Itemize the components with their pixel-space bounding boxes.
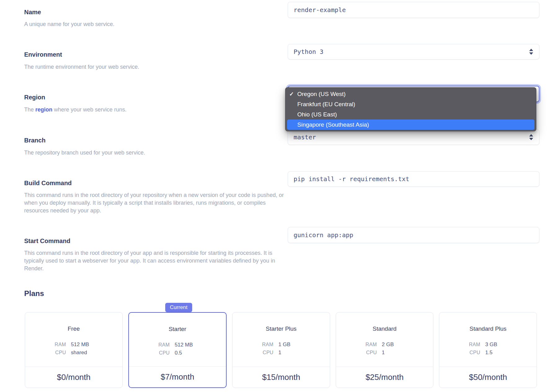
cpu-label: CPU bbox=[44, 350, 66, 355]
start-command-label: Start Command bbox=[24, 237, 70, 245]
cpu-label: CPU bbox=[355, 350, 377, 355]
branch-select[interactable]: master bbox=[288, 129, 539, 145]
dropdown-option-label: Frankfurt (EU Central) bbox=[297, 101, 355, 108]
plan-cards: Free RAM512 MB CPUshared $0/month Starte… bbox=[25, 312, 537, 388]
dropdown-option-label: Singapore (Southeast Asia) bbox=[297, 121, 369, 128]
plan-price: $0/month bbox=[25, 367, 122, 388]
plan-title: Standard Plus bbox=[439, 325, 537, 332]
ram-label: RAM bbox=[458, 342, 480, 347]
current-plan-badge: Current bbox=[165, 303, 192, 312]
select-stepper-icon bbox=[529, 48, 534, 55]
plan-title: Starter Plus bbox=[232, 325, 330, 332]
region-description-suffix: where your web service runs. bbox=[52, 107, 126, 113]
name-label: Name bbox=[24, 9, 41, 16]
web-service-settings-page: Name A unique name for your web service.… bbox=[0, 0, 558, 392]
dropdown-option-ohio[interactable]: Ohio (US East) bbox=[286, 109, 536, 120]
build-command-label: Build Command bbox=[24, 180, 72, 187]
branch-label: Branch bbox=[24, 137, 46, 144]
region-description: The region where your web service runs. bbox=[24, 106, 126, 114]
plan-price: $15/month bbox=[232, 367, 330, 388]
branch-description: The repository branch used for your web … bbox=[24, 149, 145, 157]
dropdown-option-frankfurt[interactable]: Frankfurt (EU Central) bbox=[286, 99, 536, 109]
environment-select-value: Python 3 bbox=[294, 48, 323, 55]
branch-select-value: master bbox=[294, 133, 316, 141]
region-dropdown-menu: ✓ Oregon (US West) Frankfurt (EU Central… bbox=[285, 87, 536, 131]
ram-label: RAM bbox=[44, 342, 66, 347]
ram-value: 512 MB bbox=[71, 342, 103, 348]
ram-label: RAM bbox=[355, 342, 377, 347]
ram-value: 3 GB bbox=[485, 342, 517, 348]
ram-label: RAM bbox=[148, 342, 170, 348]
ram-value: 512 MB bbox=[175, 342, 207, 348]
plan-card-standard-plus[interactable]: Standard Plus RAM3 GB CPU1.5 $50/month bbox=[439, 312, 537, 388]
cpu-value: shared bbox=[71, 350, 103, 356]
region-description-prefix: The bbox=[24, 107, 35, 113]
plan-price: $7/month bbox=[129, 367, 226, 387]
ram-value: 1 GB bbox=[278, 342, 311, 348]
environment-label: Environment bbox=[24, 51, 62, 58]
build-command-description: This command runs in the root directory … bbox=[24, 191, 285, 215]
region-label: Region bbox=[24, 94, 45, 101]
plan-title: Starter bbox=[129, 326, 226, 333]
build-command-input[interactable]: pip install -r requirements.txt bbox=[288, 171, 539, 187]
checkmark-icon: ✓ bbox=[289, 91, 297, 98]
dropdown-option-oregon[interactable]: ✓ Oregon (US West) bbox=[286, 89, 536, 99]
build-command-value: pip install -r requirements.txt bbox=[294, 175, 409, 183]
cpu-label: CPU bbox=[148, 350, 170, 356]
start-command-description: This command runs in the root directory … bbox=[24, 249, 285, 272]
cpu-value: 1 bbox=[278, 350, 311, 356]
name-description: A unique name for your web service. bbox=[24, 20, 114, 28]
plan-card-starter[interactable]: Starter RAM512 MB CPU0.5 $7/month bbox=[128, 312, 227, 388]
plan-card-standard[interactable]: Standard RAM2 GB CPU1 $25/month bbox=[336, 312, 434, 388]
plans-heading: Plans bbox=[24, 289, 44, 298]
start-command-value: gunicorn app:app bbox=[294, 231, 353, 239]
region-link[interactable]: region bbox=[35, 107, 52, 113]
ram-label: RAM bbox=[252, 342, 273, 347]
cpu-value: 1 bbox=[382, 350, 414, 356]
dropdown-option-label: Ohio (US East) bbox=[297, 111, 337, 118]
dropdown-option-singapore[interactable]: Singapore (Southeast Asia) bbox=[287, 120, 534, 130]
cpu-value: 1.5 bbox=[485, 350, 517, 356]
name-input[interactable]: render-example bbox=[288, 2, 539, 18]
select-stepper-icon bbox=[529, 134, 534, 141]
cpu-value: 0.5 bbox=[175, 350, 207, 356]
plan-title: Standard bbox=[336, 325, 433, 332]
cpu-label: CPU bbox=[458, 350, 480, 355]
dropdown-option-label: Oregon (US West) bbox=[297, 91, 346, 98]
plan-card-free[interactable]: Free RAM512 MB CPUshared $0/month bbox=[25, 312, 123, 388]
name-input-value: render-example bbox=[294, 6, 346, 14]
cpu-label: CPU bbox=[252, 350, 273, 355]
plan-price: $50/month bbox=[439, 367, 537, 388]
ram-value: 2 GB bbox=[382, 342, 414, 348]
environment-description: The runtime environment for your web ser… bbox=[24, 63, 139, 71]
plan-title: Free bbox=[25, 325, 122, 332]
plan-card-starter-plus[interactable]: Starter Plus RAM1 GB CPU1 $15/month bbox=[232, 312, 330, 388]
environment-select[interactable]: Python 3 bbox=[288, 44, 539, 59]
plan-price: $25/month bbox=[336, 367, 433, 388]
start-command-input[interactable]: gunicorn app:app bbox=[288, 227, 539, 243]
